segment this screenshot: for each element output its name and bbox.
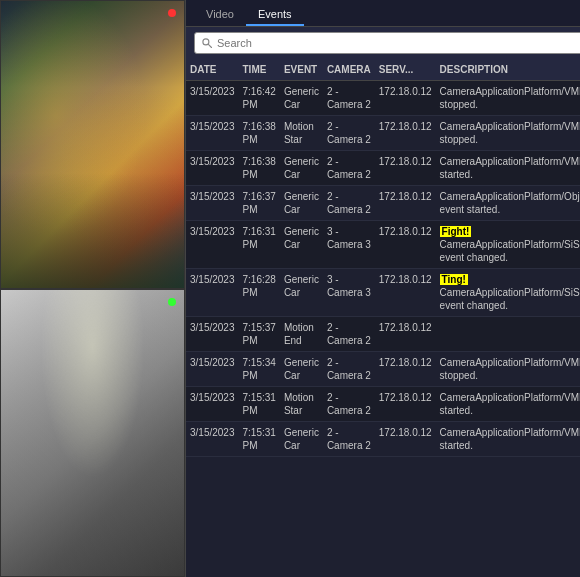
col-header-description: DESCRIPTION	[436, 59, 580, 81]
cell-camera: 3 - Camera 3	[323, 221, 375, 269]
table-row: 3/15/20237:16:38 PMGeneric Car2 - Camera…	[186, 151, 580, 186]
cell-camera: 2 - Camera 2	[323, 186, 375, 221]
cell-server: 172.18.0.12	[375, 116, 436, 151]
table-row: 3/15/20237:16:31 PMGeneric Car3 - Camera…	[186, 221, 580, 269]
cell-camera: 2 - Camera 2	[323, 317, 375, 352]
cell-date: 3/15/2023	[186, 186, 239, 221]
col-header-camera: CAMERA	[323, 59, 375, 81]
cell-event: Generic Car	[280, 352, 323, 387]
cell-camera: 2 - Camera 2	[323, 352, 375, 387]
col-header-server: SERV...	[375, 59, 436, 81]
cell-event: Motion Star	[280, 116, 323, 151]
table-row: 3/15/20237:16:37 PMGeneric Car2 - Camera…	[186, 186, 580, 221]
tab-events[interactable]: Events	[246, 4, 304, 26]
cell-time: 7:16:38 PM	[239, 116, 280, 151]
search-input[interactable]	[217, 37, 580, 49]
col-header-time: TIME	[239, 59, 280, 81]
cell-server: 172.18.0.12	[375, 186, 436, 221]
cell-description: CameraApplicationPlatform/VMD/Camera1Pro…	[436, 387, 580, 422]
cell-event: Generic Car	[280, 81, 323, 116]
table-row: 3/15/20237:15:31 PMMotion Star2 - Camera…	[186, 387, 580, 422]
cell-date: 3/15/2023	[186, 221, 239, 269]
cell-time: 7:15:31 PM	[239, 387, 280, 422]
cell-description: CameraApplicationPlatform/VMD/Camera1Pro…	[436, 81, 580, 116]
cell-event: Motion End	[280, 317, 323, 352]
cell-time: 7:16:28 PM	[239, 269, 280, 317]
cell-server: 172.18.0.12	[375, 81, 436, 116]
cell-event: Motion Star	[280, 387, 323, 422]
cell-time: 7:16:31 PM	[239, 221, 280, 269]
cell-date: 3/15/2023	[186, 387, 239, 422]
cell-date: 3/15/2023	[186, 422, 239, 457]
table-row: 3/15/20237:15:37 PMMotion End2 - Camera …	[186, 317, 580, 352]
camera-feed-bottom	[0, 289, 185, 578]
green-dot-indicator	[168, 298, 176, 306]
toolbar-row: Stop Clear	[186, 27, 580, 59]
cell-server: 172.18.0.12	[375, 387, 436, 422]
cell-date: 3/15/2023	[186, 269, 239, 317]
table-header-row: DATE TIME EVENT CAMERA SERV... DESCRIPTI…	[186, 59, 580, 81]
cell-server: 172.18.0.12	[375, 151, 436, 186]
tabs-row: Video Events	[186, 0, 580, 27]
cell-time: 7:15:31 PM	[239, 422, 280, 457]
cell-time: 7:16:38 PM	[239, 151, 280, 186]
cell-description: CameraApplicationPlatform/VMD/Camera1Pro…	[436, 116, 580, 151]
cell-camera: 2 - Camera 2	[323, 387, 375, 422]
highlight-badge: Fight!	[440, 226, 472, 237]
events-panel: Video Events Stop	[185, 0, 580, 577]
cell-date: 3/15/2023	[186, 151, 239, 186]
cell-description: CameraApplicationPlatform/ObjectAnalytic…	[436, 186, 580, 221]
table-row: 3/15/20237:16:42 PMGeneric Car2 - Camera…	[186, 81, 580, 116]
cell-time: 7:16:42 PM	[239, 81, 280, 116]
cell-camera: 3 - Camera 3	[323, 269, 375, 317]
events-header: Video Events Stop	[186, 0, 580, 59]
camera-panel	[0, 0, 185, 577]
cell-camera: 2 - Camera 2	[323, 151, 375, 186]
col-header-event: EVENT	[280, 59, 323, 81]
cell-camera: 2 - Camera 2	[323, 81, 375, 116]
cell-date: 3/15/2023	[186, 81, 239, 116]
cell-description: CameraApplicationPlatform/VMD/Camera1Pro…	[436, 151, 580, 186]
cell-server: 172.18.0.12	[375, 422, 436, 457]
svg-line-1	[208, 44, 211, 47]
table-row: 3/15/20237:15:34 PMGeneric Car2 - Camera…	[186, 352, 580, 387]
cell-time: 7:15:37 PM	[239, 317, 280, 352]
cell-date: 3/15/2023	[186, 352, 239, 387]
table-row: 3/15/20237:16:28 PMGeneric Car3 - Camera…	[186, 269, 580, 317]
cell-event: Generic Car	[280, 221, 323, 269]
cell-date: 3/15/2023	[186, 116, 239, 151]
cell-description	[436, 317, 580, 352]
cell-server: 172.18.0.12	[375, 221, 436, 269]
red-dot-indicator	[168, 9, 176, 17]
cell-event: Generic Car	[280, 151, 323, 186]
cell-event: Generic Car	[280, 186, 323, 221]
table-row: 3/15/20237:15:31 PMGeneric Car2 - Camera…	[186, 422, 580, 457]
cell-description: CameraApplicationPlatform/VMD/Camera1Pro…	[436, 422, 580, 457]
cell-server: 172.18.0.12	[375, 352, 436, 387]
cell-description: Fight! CameraApplicationPlatform/SiSound…	[436, 221, 580, 269]
highlight-badge: Ting!	[440, 274, 468, 285]
events-table-container[interactable]: DATE TIME EVENT CAMERA SERV... DESCRIPTI…	[186, 59, 580, 577]
cell-date: 3/15/2023	[186, 317, 239, 352]
cell-description: CameraApplicationPlatform/VMD/Camera1Pro…	[436, 352, 580, 387]
search-box[interactable]	[194, 32, 580, 54]
events-table: DATE TIME EVENT CAMERA SERV... DESCRIPTI…	[186, 59, 580, 457]
search-icon	[201, 37, 213, 49]
camera-feed-top	[0, 0, 185, 289]
cell-server: 172.18.0.12	[375, 269, 436, 317]
cell-server: 172.18.0.12	[375, 317, 436, 352]
cell-time: 7:16:37 PM	[239, 186, 280, 221]
cell-camera: 2 - Camera 2	[323, 422, 375, 457]
table-row: 3/15/20237:16:38 PMMotion Star2 - Camera…	[186, 116, 580, 151]
cell-description: Ting! CameraApplicationPlatform/SiSoundD…	[436, 269, 580, 317]
col-header-date: DATE	[186, 59, 239, 81]
tab-video[interactable]: Video	[194, 4, 246, 26]
cell-time: 7:15:34 PM	[239, 352, 280, 387]
cell-camera: 2 - Camera 2	[323, 116, 375, 151]
cell-event: Generic Car	[280, 422, 323, 457]
cell-event: Generic Car	[280, 269, 323, 317]
